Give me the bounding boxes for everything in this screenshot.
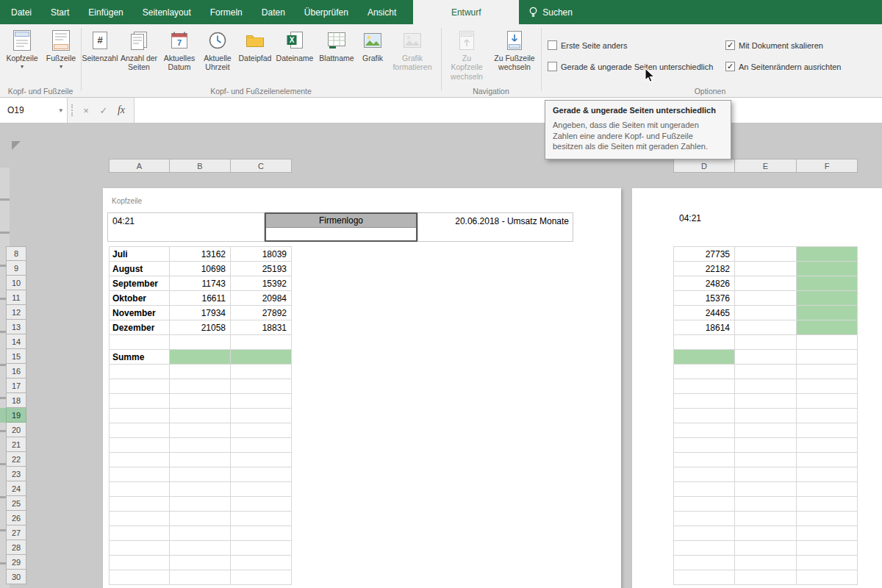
cell-C14[interactable] [231,335,292,350]
button-grafik[interactable]: Grafik [358,26,387,87]
row-header-20[interactable]: 20 [6,423,26,437]
cell-A9[interactable]: August [110,262,170,276]
cell-B20[interactable] [170,423,231,438]
cell-E10[interactable] [735,276,797,291]
unchecked-checkbox-icon[interactable] [548,62,557,71]
tab-entwurf[interactable]: Entwurf [413,0,519,24]
cell-A21[interactable] [110,438,170,453]
cell-D15[interactable] [674,350,735,365]
cell-A29[interactable] [110,556,170,570]
cell-A10[interactable]: September [110,276,170,291]
cell-E17[interactable] [735,379,797,394]
tab-ansicht[interactable]: Ansicht [358,0,406,24]
cell-A18[interactable] [110,394,170,409]
cell-B24[interactable] [170,482,231,497]
cell-B26[interactable] [170,512,231,526]
cell-D11[interactable]: 15376 [674,291,735,306]
column-header-E[interactable]: E [734,159,797,173]
cell-F19[interactable] [797,409,858,423]
button-aktuelle-uhrzeit[interactable]: Aktuelle Uhrzeit [199,26,236,87]
cell-D24[interactable] [674,482,735,497]
cell-B17[interactable] [170,379,231,394]
cell-E14[interactable] [735,335,797,350]
column-header-D[interactable]: D [673,159,735,173]
cell-F20[interactable] [797,423,858,438]
unchecked-checkbox-icon[interactable] [548,40,557,50]
checkbox-erste-seite-anders[interactable]: Erste Seite anders [548,40,628,50]
button-anzahl-der-seiten[interactable]: Anzahl der Seiten [118,26,159,87]
column-header-C[interactable]: C [230,159,292,173]
row-header-19[interactable]: 19 [6,408,26,423]
cell-E25[interactable] [735,497,797,512]
name-box[interactable]: O19 ▾ [0,98,68,123]
row-header-30[interactable]: 30 [6,570,26,584]
checkbox-an-seitenrändern-ausrichten[interactable]: ✓An Seitenrändern ausrichten [725,62,841,71]
cell-D19[interactable] [674,409,735,423]
cell-E15[interactable] [735,350,797,365]
cell-C18[interactable] [231,394,292,409]
cell-F14[interactable] [797,335,858,350]
row-header-16[interactable]: 16 [6,364,26,379]
cell-B21[interactable] [170,438,231,453]
cell-F27[interactable] [797,526,858,541]
cell-C16[interactable] [231,365,292,379]
cell-A23[interactable] [110,467,170,482]
tab-start[interactable]: Start [41,0,79,24]
formula-input[interactable] [134,98,882,123]
row-header-26[interactable]: 26 [6,511,26,526]
row-header-12[interactable]: 12 [6,305,26,320]
cell-B8[interactable]: 13162 [170,247,231,262]
row-header-24[interactable]: 24 [6,481,26,496]
cell-E18[interactable] [735,394,797,409]
cell-C26[interactable] [231,512,292,526]
cell-B10[interactable]: 11743 [170,276,231,291]
header-center-section[interactable]: Firmenlogo [265,212,417,242]
cell-F26[interactable] [797,512,858,526]
cell-C23[interactable] [231,467,292,482]
cell-B19[interactable] [170,409,231,423]
cell-A13[interactable]: Dezember [110,320,170,335]
button-blattname[interactable]: Blattname [316,26,357,87]
cell-C28[interactable] [231,541,292,556]
checkbox-mit-dokument-skalieren[interactable]: ✓Mit Dokument skalieren [725,40,823,50]
cell-B12[interactable]: 17934 [170,306,231,320]
cell-E16[interactable] [735,365,797,379]
cell-F9[interactable] [797,262,858,276]
cell-B30[interactable] [170,570,231,585]
cell-E30[interactable] [735,570,797,585]
cell-E24[interactable] [735,482,797,497]
button-kopfzeile[interactable]: Kopfzeile▾ [3,26,41,87]
cell-C27[interactable] [231,526,292,541]
cell-A19[interactable] [110,409,170,423]
cell-D21[interactable] [674,438,735,453]
header-left-section[interactable]: 04:21 [107,212,265,242]
cell-C19[interactable] [231,409,292,423]
insert-function-icon[interactable]: fx [112,98,130,123]
row-header-18[interactable]: 18 [6,393,26,408]
cell-D29[interactable] [674,556,735,570]
cell-D8[interactable]: 27735 [674,247,735,262]
cell-D22[interactable] [674,453,735,467]
cell-F8[interactable] [797,247,858,262]
cell-A30[interactable] [110,570,170,585]
cell-D13[interactable]: 18614 [674,320,735,335]
cell-D20[interactable] [674,423,735,438]
cancel-icon[interactable]: × [77,98,95,123]
cell-F10[interactable] [797,276,858,291]
header-right-section[interactable]: 20.06.2018 - Umsatz Monate [417,212,573,242]
cell-E11[interactable] [735,291,797,306]
tab-überprüfen[interactable]: Überprüfen [295,0,358,24]
cell-A25[interactable] [110,497,170,512]
tab-formeln[interactable]: Formeln [201,0,252,24]
row-header-10[interactable]: 10 [6,276,26,290]
cell-F22[interactable] [797,453,858,467]
row-header-29[interactable]: 29 [6,555,26,570]
row-header-8[interactable]: 8 [6,246,26,261]
cell-A11[interactable]: Oktober [110,291,170,306]
column-header-F[interactable]: F [796,159,858,173]
cell-E8[interactable] [735,247,797,262]
cell-C17[interactable] [231,379,292,394]
row-header-13[interactable]: 13 [6,320,26,334]
cell-E22[interactable] [735,453,797,467]
cell-A16[interactable] [110,365,170,379]
